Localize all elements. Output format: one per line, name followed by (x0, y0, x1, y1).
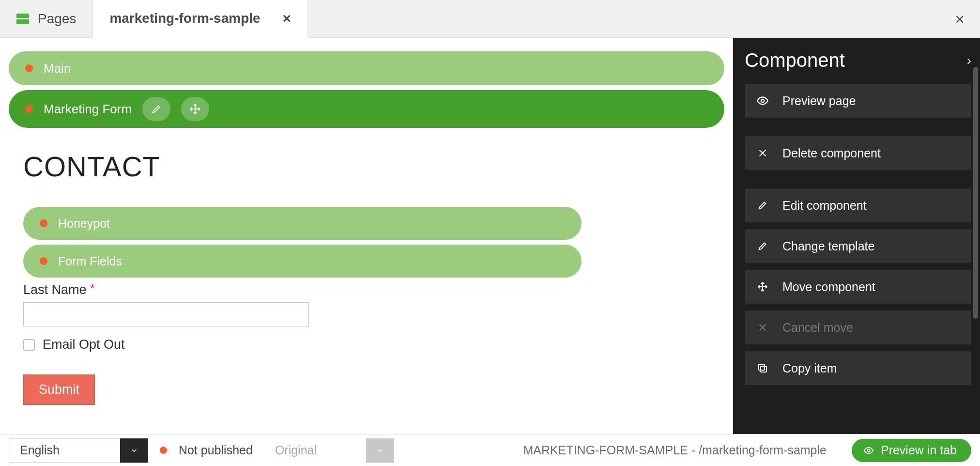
svg-rect-1 (761, 366, 766, 372)
preview-in-tab-label: Preview in tab (881, 443, 957, 457)
form-preview: Last Name * Email Opt Out Submit (23, 282, 724, 405)
panel-title: Component (745, 49, 845, 71)
action-delete-component[interactable]: Delete component (745, 136, 971, 170)
lastname-input[interactable] (23, 302, 309, 326)
tab-pages[interactable]: Pages (0, 0, 93, 37)
copy-icon (755, 362, 770, 374)
tab-bar: Pages marketing-form-sample × × (0, 0, 980, 38)
action-move-component[interactable]: Move component (745, 270, 971, 304)
action-edit-component[interactable]: Edit component (745, 188, 971, 222)
component-panel: Component › Preview page Delete componen… (733, 38, 980, 434)
component-form-fields[interactable]: Form Fields (23, 245, 582, 278)
preview-in-tab-button[interactable]: Preview in tab (852, 439, 971, 462)
component-main[interactable]: Main (9, 51, 724, 85)
action-move-component-label: Move component (782, 280, 875, 294)
pencil-icon (755, 200, 770, 211)
pages-icon (16, 14, 29, 24)
panel-actions: Preview page Delete component Edit compo… (745, 84, 971, 385)
optout-checkbox[interactable] (23, 339, 35, 351)
required-mark: * (91, 282, 95, 295)
tab-active[interactable]: marketing-form-sample × (93, 0, 308, 38)
chevron-down-icon[interactable] (366, 438, 394, 463)
svg-point-0 (761, 99, 765, 103)
action-preview-page[interactable]: Preview page (745, 84, 971, 118)
chevron-down-icon[interactable] (120, 438, 148, 463)
pencil-icon (755, 241, 770, 251)
canvas: Main Marketing Form CONTACT Honeypot For… (0, 38, 733, 434)
move-icon[interactable] (181, 97, 209, 121)
status-dot-icon (40, 219, 47, 227)
svg-point-3 (867, 449, 870, 452)
close-icon (755, 148, 770, 158)
action-cancel-move: Cancel move (745, 311, 971, 344)
lastname-label: Last Name * (23, 282, 94, 297)
lastname-label-text: Last Name (23, 282, 87, 297)
action-delete-component-label: Delete component (782, 146, 881, 160)
action-change-template-label: Change template (782, 239, 874, 253)
action-change-template[interactable]: Change template (745, 229, 971, 263)
language-select[interactable]: English (9, 438, 148, 463)
svg-rect-2 (759, 364, 765, 370)
original-select[interactable]: Original (264, 438, 394, 463)
component-main-label: Main (44, 61, 71, 76)
tab-active-label: marketing-form-sample (109, 11, 260, 26)
close-all-icon[interactable]: × (955, 9, 965, 28)
status-dot-icon (160, 447, 167, 454)
status-dot-icon (25, 105, 33, 113)
language-label: English (9, 438, 120, 463)
edit-icon[interactable] (142, 97, 170, 121)
page-path: MARKETING-FORM-SAMPLE - /marketing-form-… (523, 443, 827, 457)
page-path-slug: /marketing-form-sample (699, 443, 827, 457)
action-edit-component-label: Edit component (782, 199, 867, 213)
sub-components: Honeypot Form Fields (23, 207, 582, 278)
component-marketing-form-label: Marketing Form (44, 102, 132, 117)
page-heading: CONTACT (23, 150, 724, 183)
work-area: Main Marketing Form CONTACT Honeypot For… (0, 38, 980, 434)
action-copy-item[interactable]: Copy item (745, 351, 971, 385)
action-cancel-move-label: Cancel move (782, 321, 853, 335)
panel-scrollbar[interactable] (973, 67, 978, 319)
submit-button[interactable]: Submit (23, 374, 95, 405)
close-icon (755, 322, 770, 333)
eye-icon (755, 94, 770, 107)
status-dot-icon (25, 64, 33, 72)
original-label: Original (264, 438, 366, 463)
publish-state: Not published (179, 443, 253, 457)
component-honeypot[interactable]: Honeypot (23, 207, 582, 240)
component-form-fields-label: Form Fields (58, 254, 122, 268)
status-dot-icon (40, 257, 47, 265)
page-path-upper: MARKETING-FORM-SAMPLE (523, 443, 688, 457)
tab-pages-label: Pages (38, 11, 76, 27)
optout-row: Email Opt Out (23, 337, 724, 352)
component-marketing-form[interactable]: Marketing Form (9, 90, 724, 128)
action-copy-item-label: Copy item (782, 361, 837, 375)
chevron-right-icon[interactable]: › (967, 53, 971, 68)
move-icon (755, 281, 770, 293)
status-bar: English Not published Original MARKETING… (0, 434, 980, 466)
panel-title-row: Component › (745, 49, 971, 71)
optout-label: Email Opt Out (43, 337, 125, 352)
page-path-sep: - (688, 443, 699, 457)
component-honeypot-label: Honeypot (58, 217, 110, 231)
action-preview-page-label: Preview page (782, 94, 856, 108)
close-icon[interactable]: × (283, 11, 291, 26)
